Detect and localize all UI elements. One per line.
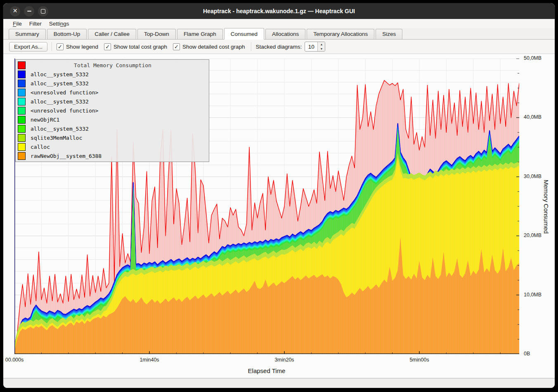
x-tick-label: 3min20s <box>266 357 303 363</box>
x-tick-label: 00.000s <box>3 357 33 363</box>
menu-bar: FileFilterSettings <box>3 19 555 28</box>
x-axis-title: Elapsed Time <box>135 367 399 374</box>
legend-label: newObjRC1 <box>31 117 59 123</box>
checkbox-show-detailed-cost-graph[interactable]: ✓Show detailed cost graph <box>173 43 245 50</box>
tab-sizes[interactable]: Sizes <box>376 29 402 39</box>
legend-swatch-icon <box>18 107 26 115</box>
tab-bottom-up[interactable]: Bottom-Up <box>47 29 87 39</box>
legend-row: alloc__system_5332 <box>16 70 209 79</box>
x-tick-label: 5min00s <box>401 357 438 363</box>
checkbox-label: Show detailed cost graph <box>182 44 245 50</box>
stacked-diagrams-spinbox[interactable]: 10 ▲ ▼ <box>305 42 325 52</box>
tab-top-down[interactable]: Top-Down <box>137 29 176 39</box>
checkbox-check-icon: ✓ <box>104 43 111 50</box>
legend-row: calloc <box>16 142 209 151</box>
title-bar[interactable]: ✕ Heaptrack - heaptrack.wakunode.1.gz — … <box>3 3 555 19</box>
menu-item-settings[interactable]: Settings <box>45 20 73 27</box>
legend-label: alloc__system_5332 <box>31 80 89 87</box>
legend-swatch-icon <box>18 143 26 151</box>
legend-label: <unresolved function> <box>31 89 98 96</box>
tab-temporary-allocations[interactable]: Temporary Allocations <box>307 29 374 39</box>
legend-swatch-icon <box>18 116 26 124</box>
status-strip <box>3 378 555 388</box>
legend-row: <unresolved function> <box>16 106 209 115</box>
checkbox-label: Show legend <box>66 44 98 50</box>
checkbox-check-icon: ✓ <box>173 43 180 50</box>
legend-swatch-icon <box>18 89 26 96</box>
legend-label: alloc__system_5332 <box>31 99 89 105</box>
legend-row: sqlite3MemMalloc <box>16 133 209 142</box>
legend-row: Total Memory Consumption <box>16 61 209 70</box>
legend-swatch-icon <box>18 80 26 87</box>
legend-label: alloc__system_5332 <box>31 126 89 132</box>
y-tick-label: 40,0MB <box>524 114 549 120</box>
toolbar: Export As... ✓Show legend✓Show total cos… <box>3 40 555 54</box>
checkbox-label: Show total cost graph <box>113 44 167 50</box>
close-button[interactable]: ✕ <box>10 6 20 16</box>
tab-bar: SummaryBottom-UpCaller / CalleeTop-DownF… <box>3 28 555 40</box>
y-tick-label: 0B <box>524 351 549 357</box>
export-as-button[interactable]: Export As... <box>9 42 47 52</box>
minimize-button[interactable] <box>24 6 34 16</box>
tab-summary[interactable]: Summary <box>9 29 46 39</box>
legend-label: calloc <box>31 144 50 150</box>
legend-label: <unresolved function> <box>31 108 98 114</box>
spin-down-icon[interactable]: ▼ <box>318 47 325 51</box>
tab-caller-callee[interactable]: Caller / Callee <box>88 29 136 39</box>
y-axis-title: Memory Consumed <box>543 149 550 264</box>
legend-label: rawNewObj__system_6388 <box>31 153 102 159</box>
legend-label: sqlite3MemMalloc <box>31 135 82 141</box>
x-tick-label: 1min40s <box>131 357 168 363</box>
legend-row: rawNewObj__system_6388 <box>16 151 209 160</box>
legend-row: alloc__system_5332 <box>16 124 209 133</box>
legend-swatch-icon <box>18 125 26 133</box>
legend-row: alloc__system_5332 <box>16 79 209 88</box>
checkbox-show-legend[interactable]: ✓Show legend <box>57 43 98 50</box>
window-title: Heaptrack - heaptrack.wakunode.1.gz — He… <box>3 8 555 14</box>
tab-flame-graph[interactable]: Flame Graph <box>177 29 223 39</box>
app-window: ✕ Heaptrack - heaptrack.wakunode.1.gz — … <box>3 3 555 388</box>
chart-legend: Total Memory Consumptionalloc__system_53… <box>15 59 209 162</box>
checkbox-show-total-cost-graph[interactable]: ✓Show total cost graph <box>104 43 167 50</box>
spin-up-icon[interactable]: ▲ <box>318 42 325 47</box>
minimize-icon <box>27 11 31 12</box>
close-icon: ✕ <box>13 8 18 14</box>
legend-swatch-icon <box>18 152 26 160</box>
legend-row: alloc__system_5332 <box>16 97 209 106</box>
legend-swatch-icon <box>18 98 26 106</box>
toolbar-separator <box>52 42 52 51</box>
tab-allocations[interactable]: Allocations <box>265 29 305 39</box>
maximize-button[interactable] <box>38 6 48 16</box>
consumed-chart[interactable]: Total Memory Consumptionalloc__system_53… <box>3 54 555 378</box>
legend-swatch-icon <box>18 134 26 142</box>
menu-item-filter[interactable]: Filter <box>26 20 45 27</box>
legend-swatch-icon <box>18 70 26 78</box>
stacked-diagrams-value[interactable]: 10 <box>305 42 317 51</box>
legend-row: newObjRC1 <box>16 115 209 124</box>
legend-label: Total Memory Consumption <box>26 62 200 68</box>
legend-row: <unresolved function> <box>16 88 209 97</box>
tab-consumed[interactable]: Consumed <box>224 28 264 40</box>
maximize-icon <box>41 9 45 14</box>
y-tick-label: 50,0MB <box>524 55 549 61</box>
y-tick-label: 10,0MB <box>524 292 549 298</box>
stacked-diagrams-label: Stacked diagrams: <box>256 44 302 50</box>
toolbar-separator <box>251 42 252 51</box>
checkbox-check-icon: ✓ <box>57 43 64 50</box>
legend-label: alloc__system_5332 <box>31 71 89 77</box>
menu-item-file[interactable]: File <box>9 20 26 27</box>
legend-swatch-icon <box>18 61 26 69</box>
